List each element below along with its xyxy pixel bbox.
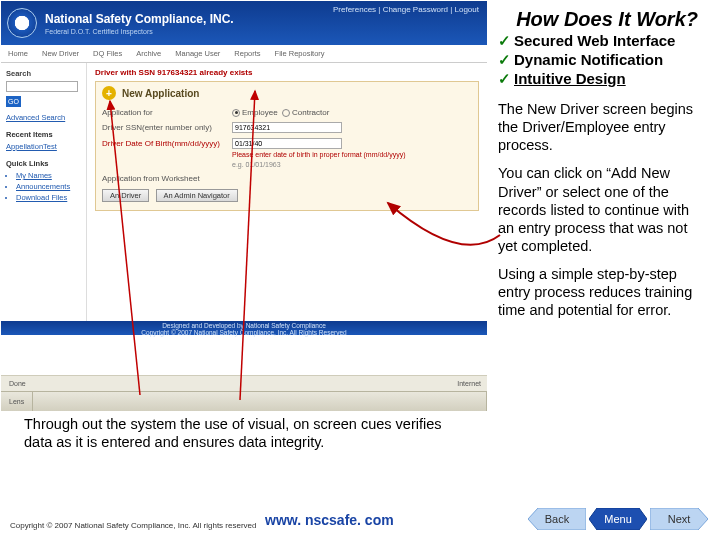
panel-title: New Application: [122, 88, 199, 99]
field-label: Application from Worksheet: [102, 174, 232, 183]
app-header: National Safety Compliance, INC. Federal…: [1, 1, 487, 45]
check-label: Dynamic Notification: [514, 51, 663, 70]
sidebar-recent-header: Recent Items: [6, 130, 81, 139]
radio-employee[interactable]: [232, 109, 240, 117]
slide-title: How Does It Work?: [516, 8, 698, 31]
add-icon: +: [102, 86, 116, 100]
check-label: Secured Web Interface: [514, 32, 675, 51]
sidebar-search-header: Search: [6, 69, 81, 78]
copyright: Copyright © 2007 National Safety Complia…: [10, 521, 256, 530]
nav-item-archive[interactable]: Archive: [136, 49, 161, 58]
check-icon: ✓: [498, 51, 511, 70]
check-item: ✓ Dynamic Notification: [498, 51, 675, 70]
paragraph: The New Driver screen begins the Driver/…: [498, 100, 708, 154]
quicklink-item[interactable]: My Names: [16, 171, 81, 180]
check-item: ✓ Intuitive Design: [498, 70, 675, 89]
an-admin-navigator-button[interactable]: An Admin Navigator: [156, 189, 238, 202]
nav-item-file-repo[interactable]: File Repository: [275, 49, 325, 58]
paragraph: Using a simple step-by-step entry proces…: [498, 265, 708, 319]
next-button[interactable]: Next: [650, 508, 708, 530]
nav-item-reports[interactable]: Reports: [234, 49, 260, 58]
brand-title: National Safety Compliance, INC.: [45, 12, 234, 26]
back-button[interactable]: Back: [528, 508, 586, 530]
field-label: Driver SSN(enter number only): [102, 123, 232, 132]
feature-checklist: ✓ Secured Web Interface ✓ Dynamic Notifi…: [498, 32, 675, 88]
website-link[interactable]: www. nscsafe. com: [265, 512, 394, 528]
sidebar: Search GO Advanced Search Recent Items A…: [1, 63, 87, 321]
quicklink-item[interactable]: Download Files: [16, 193, 81, 202]
go-button[interactable]: GO: [6, 96, 21, 107]
new-application-panel: + New Application Application for Employ…: [95, 81, 479, 211]
status-internet: Internet: [457, 380, 481, 387]
lower-paragraph: Through out the system the use of visual…: [24, 415, 464, 451]
menu-label: Menu: [604, 513, 632, 525]
recent-item[interactable]: AppellationTest: [6, 142, 81, 151]
an-driver-button[interactable]: An Driver: [102, 189, 149, 202]
quicklink-item[interactable]: Announcements: [16, 182, 81, 191]
app-screenshot: National Safety Compliance, INC. Federal…: [1, 1, 487, 411]
main-panel: Driver with SSN 917634321 already exists…: [87, 63, 487, 321]
brand-subtitle: Federal D.O.T. Certified Inspectors: [45, 28, 234, 35]
error-message: Driver with SSN 917634321 already exists: [95, 68, 479, 77]
back-label: Back: [545, 513, 569, 525]
main-nav: Home New Driver DQ Files Archive Manage …: [1, 45, 487, 63]
example-note: e.g. 01/01/1963: [232, 161, 472, 168]
slide-nav: Back Menu Next: [525, 508, 708, 530]
browser-statusbar: Done Internet: [1, 375, 487, 391]
taskbar-spacer: [33, 392, 487, 411]
sidebar-quicklinks-header: Quick Links: [6, 159, 81, 168]
paragraph: You can click on “Add New Driver” or sel…: [498, 164, 708, 255]
nav-item-manage-user[interactable]: Manage User: [175, 49, 220, 58]
field-label: Driver Date Of Birth(mm/dd/yyyy): [102, 139, 232, 148]
nav-item-dq-files[interactable]: DQ Files: [93, 49, 122, 58]
footer-line: Designed and Developed by National Safet…: [1, 322, 487, 329]
seal-icon: [7, 8, 37, 38]
check-item: ✓ Secured Web Interface: [498, 32, 675, 51]
radio-label: Contractor: [292, 108, 329, 117]
status-done: Done: [9, 380, 26, 387]
search-input[interactable]: [6, 81, 78, 92]
app-footer: Designed and Developed by National Safet…: [1, 321, 487, 335]
field-label: Application for: [102, 108, 232, 117]
nav-item-home[interactable]: Home: [8, 49, 28, 58]
advanced-search-link[interactable]: Advanced Search: [6, 113, 81, 122]
check-icon: ✓: [498, 32, 511, 51]
menu-button[interactable]: Menu: [589, 508, 647, 530]
next-label: Next: [668, 513, 691, 525]
nav-item-new-driver[interactable]: New Driver: [42, 49, 79, 58]
body-text: The New Driver screen begins the Driver/…: [498, 100, 708, 329]
header-links[interactable]: Preferences | Change Password | Logout: [333, 5, 479, 14]
ssn-field[interactable]: [232, 122, 342, 133]
dob-field[interactable]: [232, 138, 342, 149]
check-label: Intuitive Design: [514, 70, 626, 89]
radio-contractor[interactable]: [282, 109, 290, 117]
check-icon: ✓: [498, 70, 511, 89]
taskbar-item[interactable]: Lens: [1, 392, 33, 411]
taskbar: Lens: [1, 391, 487, 411]
footer-line: Copyright © 2007 National Safety Complia…: [1, 329, 487, 336]
radio-label: Employee: [242, 108, 278, 117]
validation-note: Please enter date of birth in proper for…: [232, 151, 472, 158]
